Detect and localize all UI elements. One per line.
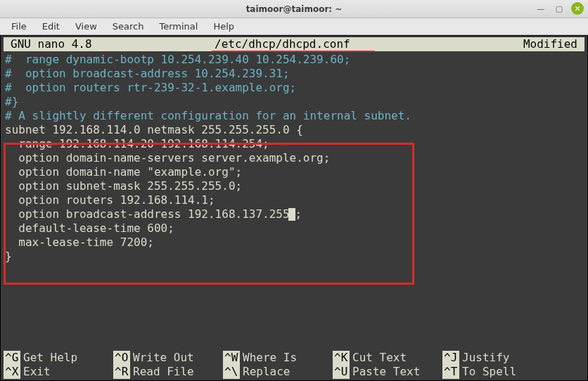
menu-view[interactable]: View [68, 20, 104, 33]
window-controls: — ▢ ✕ [535, 2, 584, 15]
shortcut-paste-text[interactable]: ^UPaste Text [333, 365, 442, 379]
shortcut-label: Where Is [240, 351, 297, 365]
file-line: #} [5, 95, 583, 109]
nano-header: GNU nano 4.8 /etc/dhcp/dhcpd.conf Modifi… [4, 37, 584, 51]
shortcut-read-file[interactable]: ^RRead File [113, 365, 223, 379]
shortcut-label: Replace [240, 365, 290, 379]
shortcut-get-help[interactable]: ^GGet Help [4, 351, 113, 365]
shortcut-key: ^\ [223, 365, 240, 379]
shortcut-row: ^XExit ^RRead File ^\Replace ^UPaste Tex… [4, 365, 584, 379]
file-line: # A slightly different configuration for… [5, 109, 583, 123]
minimize-button[interactable]: — [535, 2, 547, 15]
file-line: range 192.168.114.20 192.168.114.254; [5, 137, 583, 151]
nano-filepath: /etc/dhcp/dhcpd.conf [215, 37, 350, 51]
shortcut-label: Exit [20, 365, 51, 379]
shortcut-key: ^O [113, 351, 130, 365]
close-button[interactable]: ✕ [571, 2, 584, 15]
nano-status: Modified [500, 37, 584, 51]
shortcut-label: Paste Text [350, 365, 420, 379]
window-title: taimoor@taimoor: ~ [246, 4, 343, 14]
line-text: ; [295, 207, 302, 221]
file-line: default-lease-time 600; [5, 221, 583, 235]
menu-file[interactable]: File [4, 20, 34, 33]
terminal-area[interactable]: GNU nano 4.8 /etc/dhcp/dhcpd.conf Modifi… [0, 35, 588, 381]
nano-app-name: GNU nano 4.8 [4, 37, 215, 51]
shortcut-write-out[interactable]: ^OWrite Out [113, 351, 223, 365]
menu-terminal[interactable]: Terminal [152, 20, 205, 33]
shortcut-label: Write Out [130, 351, 194, 365]
file-line: option routers 192.168.114.1; [5, 193, 583, 207]
shortcut-replace[interactable]: ^\Replace [223, 365, 333, 379]
shortcut-label: Get Help [20, 351, 77, 365]
maximize-button[interactable]: ▢ [553, 2, 565, 15]
file-line: # option broadcast-address 10.254.239.31… [5, 67, 583, 81]
shortcut-key: ^T [442, 365, 459, 379]
menu-search[interactable]: Search [106, 20, 151, 33]
menu-bar: File Edit View Search Terminal Help [0, 18, 588, 35]
shortcut-key: ^X [4, 365, 20, 379]
shortcut-cut-text[interactable]: ^KCut Text [333, 351, 442, 365]
shortcut-label: Justify [459, 351, 509, 365]
shortcut-justify[interactable]: ^JJustify [442, 351, 552, 365]
file-line: subnet 192.168.114.0 netmask 255.255.255… [5, 123, 583, 137]
shortcut-key: ^R [113, 365, 130, 379]
shortcut-where-is[interactable]: ^WWhere Is [223, 351, 333, 365]
file-line: max-lease-time 7200; [5, 235, 583, 250]
shortcut-to-spell[interactable]: ^TTo Spell [442, 365, 552, 379]
menu-edit[interactable]: Edit [35, 20, 67, 33]
shortcut-key: ^K [333, 351, 350, 365]
file-line: } [5, 250, 583, 264]
annotation-underline [212, 51, 375, 52]
shortcut-key: ^J [442, 351, 459, 365]
shortcut-exit[interactable]: ^XExit [4, 365, 113, 379]
shortcut-label: To Spell [459, 365, 516, 379]
editor-body: # range dynamic-bootp 10.254.239.40 10.2… [1, 53, 587, 264]
shortcut-label: Read File [130, 365, 194, 379]
file-line: option domain-name-servers server.exampl… [5, 151, 583, 165]
shortcut-key: ^W [223, 351, 240, 365]
file-line: option subnet-mask 255.255.255.0; [5, 179, 583, 193]
file-line: option domain-name "example.org"; [5, 165, 583, 179]
line-text: option broadcast-address 192.168.137.255 [5, 207, 290, 221]
file-line: # option routers rtr-239-32-1.example.or… [5, 81, 583, 95]
shortcut-label: Cut Text [350, 351, 407, 365]
file-line: option broadcast-address 192.168.137.255… [5, 207, 583, 221]
file-line: # range dynamic-bootp 10.254.239.40 10.2… [5, 53, 583, 67]
window-titlebar: taimoor@taimoor: ~ — ▢ ✕ [0, 0, 588, 18]
shortcut-key: ^G [4, 351, 20, 365]
shortcut-row: ^GGet Help ^OWrite Out ^WWhere Is ^KCut … [4, 351, 584, 365]
shortcut-key: ^U [333, 365, 350, 379]
nano-shortcuts: ^GGet Help ^OWrite Out ^WWhere Is ^KCut … [4, 351, 584, 379]
menu-help[interactable]: Help [206, 20, 241, 33]
text-cursor [288, 208, 295, 221]
